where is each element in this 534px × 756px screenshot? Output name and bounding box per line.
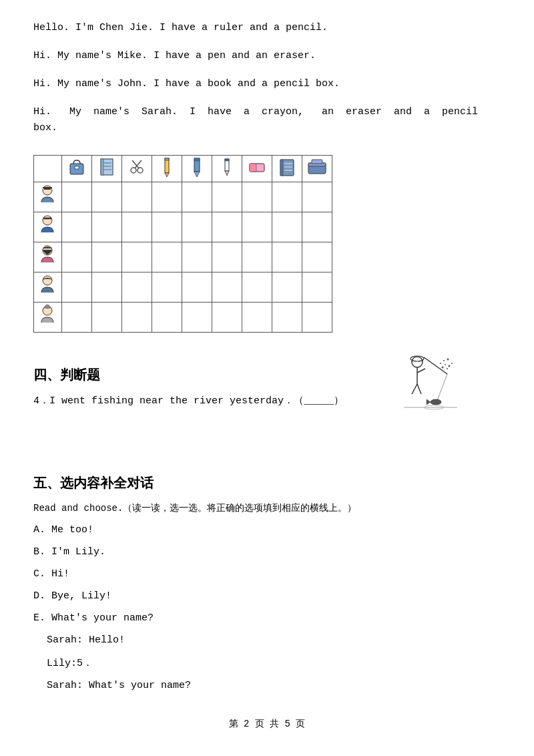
grid-cell-1-6 — [212, 182, 242, 212]
grid-row-1 — [34, 182, 332, 212]
svg-rect-3 — [101, 159, 103, 175]
grid-cell-5-5 — [182, 303, 212, 333]
choice-c: C. Hi! — [33, 568, 501, 580]
grid-header-scissors — [122, 156, 152, 182]
grid-table-container — [33, 155, 332, 333]
fishing-illustration — [397, 354, 461, 414]
fishing-image-area — [397, 354, 461, 417]
grid-cell-3-6 — [212, 242, 242, 272]
svg-point-43 — [412, 357, 423, 367]
judgment-section: 4．I went fishing near the river yesterda… — [33, 394, 501, 461]
grid-cell-1-3 — [122, 182, 152, 212]
svg-rect-1 — [75, 166, 79, 169]
grid-cell-3-9 — [302, 242, 332, 272]
grid-cell-2-9 — [302, 212, 332, 242]
line4-text: Hi. My name's Sarah. I have a crayon, an… — [33, 104, 501, 136]
grid-cell-1-7 — [242, 182, 272, 212]
grid-cell-2-5 — [182, 212, 212, 242]
grid-cell-3-5 — [182, 242, 212, 272]
svg-line-40 — [437, 374, 447, 401]
svg-rect-29 — [312, 160, 322, 164]
svg-rect-13 — [165, 158, 169, 160]
person1-icon — [36, 184, 59, 207]
notebook-icon — [97, 157, 116, 177]
text-line-3: Hi. My name's John. I have a book and a … — [33, 76, 501, 92]
pencilbox-icon — [306, 158, 328, 176]
grid-cell-4-3 — [122, 272, 152, 303]
section5-title: 五、选内容补全对话 — [33, 474, 501, 492]
grid-cell-5-2 — [92, 303, 122, 333]
grid-person-4 — [34, 272, 62, 303]
person2-icon — [36, 214, 59, 237]
grid-cell-4-6 — [212, 272, 242, 303]
dialogue-line-1: Sarah: Hello! — [33, 634, 501, 646]
grid-row-5 — [34, 303, 332, 333]
person5-icon — [36, 304, 59, 327]
text-line-1: Hello. I'm Chen Jie. I have a ruler and … — [33, 20, 501, 36]
grid-cell-4-7 — [242, 272, 272, 303]
grid-cell-5-3 — [122, 303, 152, 333]
svg-rect-21 — [250, 164, 256, 172]
grid-header-notebook — [92, 156, 122, 182]
grid-cell-2-8 — [272, 212, 302, 242]
grid-cell-1-8 — [272, 182, 302, 212]
svg-rect-23 — [280, 160, 283, 176]
grid-row-2 — [34, 212, 332, 242]
grid-cell-4-9 — [302, 272, 332, 303]
crayon-icon — [188, 157, 206, 177]
grid-header-row — [34, 156, 332, 182]
grid-cell-5-6 — [212, 303, 242, 333]
svg-point-55 — [449, 365, 451, 367]
svg-marker-18 — [225, 171, 229, 176]
grid-corner-cell — [34, 156, 62, 182]
choice-b: B. I'm Lily. — [33, 546, 501, 558]
svg-line-39 — [424, 357, 447, 374]
grid-cell-3-4 — [152, 242, 182, 272]
grid-header-bag — [62, 156, 92, 182]
grid-header-book — [272, 156, 302, 182]
person4-icon — [36, 274, 59, 297]
person3-icon — [36, 244, 59, 267]
grid-cell-2-7 — [242, 212, 272, 242]
dialogue-line-3: Sarah: What's your name? — [33, 680, 501, 691]
bag-icon — [66, 157, 87, 177]
grid-cell-3-1 — [62, 242, 92, 272]
svg-point-36 — [43, 276, 52, 285]
grid-cell-1-4 — [152, 182, 182, 212]
grid-cell-2-4 — [152, 212, 182, 242]
grid-cell-2-6 — [212, 212, 242, 242]
svg-marker-12 — [165, 173, 169, 177]
grid-person-3 — [34, 242, 62, 272]
grid-cell-3-8 — [272, 242, 302, 272]
grid-cell-5-1 — [62, 303, 92, 333]
svg-marker-42 — [427, 399, 431, 405]
grid-header-pencilbox — [302, 156, 332, 182]
dialogue-line-2: Lily:5． — [33, 656, 501, 669]
grid-cell-4-4 — [152, 272, 182, 303]
grid-row-3 — [34, 242, 332, 272]
grid-cell-4-1 — [62, 272, 92, 303]
grid-cell-5-8 — [272, 303, 302, 333]
svg-point-52 — [445, 364, 446, 365]
grid-cell-5-7 — [242, 303, 272, 333]
grid-header-crayon — [182, 156, 212, 182]
pencil-icon — [162, 157, 172, 177]
grid-cell-1-1 — [62, 182, 92, 212]
grid-person-2 — [34, 212, 62, 242]
pen-icon — [222, 157, 232, 177]
grid-cell-5-4 — [152, 303, 182, 333]
grid-cell-2-2 — [92, 212, 122, 242]
svg-point-33 — [43, 216, 52, 225]
eraser-icon — [248, 160, 266, 174]
svg-marker-15 — [194, 172, 200, 177]
grid-cell-2-3 — [122, 212, 152, 242]
text-line-2: Hi. My name's Mike. I have a pen and an … — [33, 48, 501, 64]
text-line-4: Hi. My name's Sarah. I have a crayon, an… — [33, 104, 501, 136]
grid-person-5 — [34, 303, 62, 333]
svg-point-56 — [443, 360, 445, 361]
grid-cell-4-5 — [182, 272, 212, 303]
section5-instruction: Read and choose.（读一读，选一选。将正确的选项填到相应的横线上。… — [33, 502, 501, 514]
grid-cell-1-2 — [92, 182, 122, 212]
grid-header-pen — [212, 156, 242, 182]
svg-point-58 — [447, 359, 449, 361]
